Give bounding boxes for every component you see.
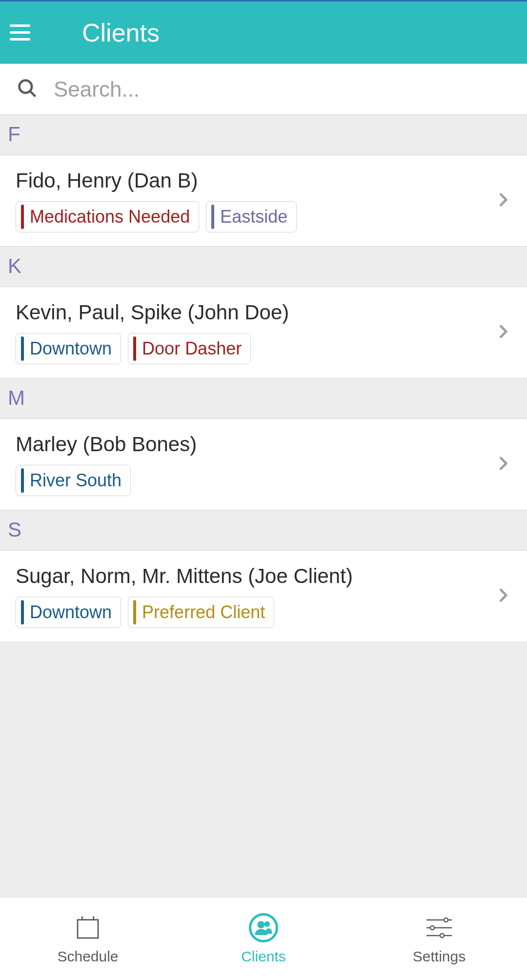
search-input[interactable]: [54, 77, 510, 102]
svg-point-0: [20, 80, 32, 93]
client-row[interactable]: Fido, Henry (Dan B)Medications NeededEas…: [0, 155, 527, 247]
tag-stripe: [21, 600, 24, 625]
section-header: M: [0, 378, 527, 419]
tag: Eastside: [206, 201, 297, 232]
section-header: K: [0, 247, 527, 287]
svg-point-9: [444, 918, 448, 922]
nav-clients[interactable]: Clients: [176, 897, 351, 980]
section-header: S: [0, 510, 527, 551]
chevron-right-icon: [494, 322, 512, 343]
tag-list: DowntownDoor Dasher: [16, 333, 494, 364]
nav-clients-label: Clients: [241, 948, 286, 965]
svg-rect-2: [78, 919, 98, 938]
nav-settings-label: Settings: [413, 948, 466, 965]
client-name: Kevin, Paul, Spike (John Doe): [16, 301, 494, 324]
client-row-content: Kevin, Paul, Spike (John Doe)DowntownDoo…: [16, 301, 494, 364]
nav-schedule[interactable]: Schedule: [0, 897, 176, 980]
tag-stripe: [21, 205, 24, 229]
sliders-icon: [425, 913, 454, 942]
tag-list: Medications NeededEastside: [16, 201, 494, 232]
tag-stripe: [133, 600, 136, 625]
tag-label: Eastside: [220, 207, 287, 227]
client-row-content: Fido, Henry (Dan B)Medications NeededEas…: [16, 169, 494, 232]
svg-line-1: [30, 91, 36, 96]
client-row[interactable]: Kevin, Paul, Spike (John Doe)DowntownDoo…: [0, 287, 527, 378]
tag: Door Dasher: [128, 333, 251, 364]
tag-stripe: [133, 336, 136, 361]
calendar-icon: [74, 913, 101, 942]
svg-point-5: [250, 914, 277, 941]
chevron-right-icon: [494, 454, 512, 475]
client-row-content: Marley (Bob Bones)River South: [16, 433, 494, 496]
tag-list: DowntownPreferred Client: [16, 597, 494, 628]
client-list: FFido, Henry (Dan B)Medications NeededEa…: [0, 115, 527, 897]
tag-label: Downtown: [30, 602, 112, 623]
search-bar[interactable]: [0, 64, 527, 115]
search-icon: [17, 78, 38, 101]
tag-label: Downtown: [30, 338, 112, 359]
chevron-right-icon: [494, 586, 512, 606]
svg-point-7: [264, 921, 270, 927]
client-row[interactable]: Marley (Bob Bones)River South: [0, 419, 527, 510]
nav-schedule-label: Schedule: [57, 948, 118, 965]
tag-stripe: [211, 205, 214, 229]
tag-label: Door Dasher: [142, 338, 242, 359]
tag: Medications Needed: [16, 201, 199, 232]
tag: Downtown: [16, 333, 121, 364]
svg-point-6: [258, 921, 265, 928]
section-header: F: [0, 115, 527, 155]
tag-label: Preferred Client: [142, 602, 265, 623]
client-row[interactable]: Sugar, Norm, Mr. Mittens (Joe Client)Dow…: [0, 551, 527, 642]
tag: River South: [16, 465, 131, 496]
people-icon: [249, 913, 278, 942]
tag-label: Medications Needed: [30, 207, 190, 227]
tag-stripe: [21, 336, 24, 361]
chevron-right-icon: [494, 190, 512, 211]
client-name: Marley (Bob Bones): [16, 433, 494, 456]
client-name: Fido, Henry (Dan B): [16, 169, 494, 192]
page-title: Clients: [82, 18, 160, 47]
hamburger-line: [10, 24, 30, 27]
nav-settings[interactable]: Settings: [351, 897, 527, 980]
bottom-nav: Schedule Clients: [0, 897, 527, 980]
tag: Preferred Client: [128, 597, 274, 628]
tag: Downtown: [16, 597, 121, 628]
hamburger-line: [10, 31, 30, 34]
hamburger-line: [10, 38, 30, 41]
menu-button[interactable]: [10, 21, 34, 45]
client-name: Sugar, Norm, Mr. Mittens (Joe Client): [16, 564, 494, 588]
tag-list: River South: [16, 465, 494, 496]
app-root: Clients FFido, Henry (Dan B)Medications …: [0, 0, 527, 980]
tag-label: River South: [30, 470, 122, 491]
svg-point-11: [430, 926, 434, 930]
svg-point-13: [440, 934, 444, 938]
tag-stripe: [21, 468, 24, 493]
header-bar: Clients: [0, 1, 527, 64]
client-row-content: Sugar, Norm, Mr. Mittens (Joe Client)Dow…: [16, 564, 494, 628]
